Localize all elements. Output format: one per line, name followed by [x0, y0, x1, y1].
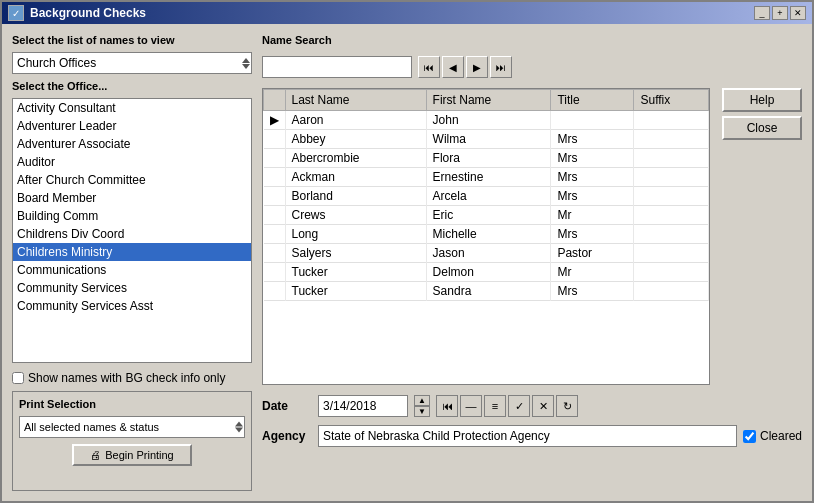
begin-printing-button[interactable]: 🖨 Begin Printing: [72, 444, 192, 466]
table-row[interactable]: Tucker Sandra Mrs: [264, 282, 709, 301]
table-row[interactable]: Tucker Delmon Mr: [264, 263, 709, 282]
table-row[interactable]: Abercrombie Flora Mrs: [264, 149, 709, 168]
suffix-col-header: Suffix: [634, 90, 709, 111]
data-table: Last Name First Name Title Suffix ▶: [263, 89, 709, 301]
last-name-cell: Crews: [285, 206, 426, 225]
title-cell: Mrs: [551, 187, 634, 206]
last-name-cell: Abbey: [285, 130, 426, 149]
title-cell: [551, 111, 634, 130]
first-name-cell: Jason: [426, 244, 551, 263]
name-search-label: Name Search: [262, 34, 332, 46]
list-dropdown[interactable]: Church Offices School Other: [12, 52, 252, 74]
title-col-header: Title: [551, 90, 634, 111]
office-list-scroll[interactable]: Activity Consultant Adventurer Leader Ad…: [13, 99, 251, 362]
title-cell: Mr: [551, 206, 634, 225]
right-panel: Name Search ⏮ ◀ ▶ ⏭: [262, 34, 802, 385]
list-item[interactable]: Childrens Div Coord: [13, 225, 251, 243]
select-office-label: Select the Office...: [12, 80, 252, 92]
begin-printing-label: Begin Printing: [105, 449, 174, 461]
print-panel: Print Selection All selected names & sta…: [12, 391, 252, 491]
last-name-cell: Abercrombie: [285, 149, 426, 168]
table-scroll[interactable]: Last Name First Name Title Suffix ▶: [263, 89, 709, 384]
date-prev-button[interactable]: —: [460, 395, 482, 417]
cleared-row: Cleared: [743, 429, 802, 443]
name-search-input[interactable]: [262, 56, 412, 78]
list-item[interactable]: Auditor: [13, 153, 251, 171]
list-item[interactable]: Adventurer Leader: [13, 117, 251, 135]
title-cell: Mrs: [551, 168, 634, 187]
agency-label: Agency: [262, 429, 312, 443]
table-row[interactable]: Borland Arcela Mrs: [264, 187, 709, 206]
row-indicator: [264, 244, 286, 263]
table-row[interactable]: ▶ Aaron John: [264, 111, 709, 130]
list-item[interactable]: Community Services Asst: [13, 297, 251, 315]
date-input[interactable]: [318, 395, 408, 417]
next-nav-button[interactable]: ▶: [466, 56, 488, 78]
date-spin-up[interactable]: ▲: [414, 395, 430, 406]
table-row[interactable]: Abbey Wilma Mrs: [264, 130, 709, 149]
suffix-cell: [634, 130, 709, 149]
suffix-cell: [634, 206, 709, 225]
list-dropdown-container: Church Offices School Other: [12, 52, 252, 74]
last-name-cell: Tucker: [285, 263, 426, 282]
close-window-button[interactable]: ✕: [790, 6, 806, 20]
date-nav-buttons: ⏮ — ≡ ✓ ✕ ↻: [436, 395, 578, 417]
table-row[interactable]: Long Michelle Mrs: [264, 225, 709, 244]
suffix-cell: [634, 282, 709, 301]
date-refresh-button[interactable]: ↻: [556, 395, 578, 417]
bg-check-checkbox[interactable]: [12, 372, 24, 384]
agency-input[interactable]: [318, 425, 737, 447]
select-list-label: Select the list of names to view: [12, 34, 252, 46]
list-item[interactable]: Board Member: [13, 189, 251, 207]
title-bar: ✓ Background Checks _ + ✕: [2, 2, 812, 24]
row-indicator: [264, 149, 286, 168]
date-cancel-button[interactable]: ✕: [532, 395, 554, 417]
last-nav-button[interactable]: ⏭: [490, 56, 512, 78]
name-search-row: Name Search: [262, 34, 802, 46]
cleared-checkbox[interactable]: [743, 430, 756, 443]
date-check-button[interactable]: ✓: [508, 395, 530, 417]
prev-nav-button[interactable]: ◀: [442, 56, 464, 78]
row-indicator: [264, 206, 286, 225]
title-cell: Mr: [551, 263, 634, 282]
table-row[interactable]: Ackman Ernestine Mrs: [264, 168, 709, 187]
bg-check-checkbox-row: Show names with BG check info only: [12, 371, 252, 385]
table-row[interactable]: Crews Eric Mr: [264, 206, 709, 225]
minimize-button[interactable]: _: [754, 6, 770, 20]
title-cell: Pastor: [551, 244, 634, 263]
suffix-cell: [634, 187, 709, 206]
suffix-cell: [634, 244, 709, 263]
print-dropdown[interactable]: All selected names & status Selected nam…: [19, 416, 245, 438]
list-item[interactable]: Community Services: [13, 279, 251, 297]
maximize-button[interactable]: +: [772, 6, 788, 20]
list-item[interactable]: Adventurer Associate: [13, 135, 251, 153]
agency-row: Agency Cleared: [262, 425, 802, 447]
title-controls: _ + ✕: [754, 6, 806, 20]
indicator-col-header: [264, 90, 286, 111]
date-spin-down[interactable]: ▼: [414, 406, 430, 417]
close-button[interactable]: Close: [722, 116, 802, 140]
first-name-cell: John: [426, 111, 551, 130]
table-row[interactable]: Salyers Jason Pastor: [264, 244, 709, 263]
top-section: Select the list of names to view Church …: [12, 34, 802, 385]
side-buttons: Help Close: [722, 88, 802, 385]
list-item[interactable]: After Church Committee: [13, 171, 251, 189]
date-list-button[interactable]: ≡: [484, 395, 506, 417]
left-panel: Select the list of names to view Church …: [12, 34, 252, 385]
title-cell: Mrs: [551, 282, 634, 301]
last-name-cell: Tucker: [285, 282, 426, 301]
list-item-selected[interactable]: Childrens Ministry: [13, 243, 251, 261]
suffix-cell: [634, 111, 709, 130]
last-name-col-header: Last Name: [285, 90, 426, 111]
last-name-cell: Borland: [285, 187, 426, 206]
list-item[interactable]: Activity Consultant: [13, 99, 251, 117]
list-item[interactable]: Building Comm: [13, 207, 251, 225]
help-button[interactable]: Help: [722, 88, 802, 112]
first-name-cell: Sandra: [426, 282, 551, 301]
first-nav-button[interactable]: ⏮: [418, 56, 440, 78]
bottom-section: Print Selection All selected names & sta…: [12, 391, 802, 491]
date-first-button[interactable]: ⏮: [436, 395, 458, 417]
cleared-label: Cleared: [760, 429, 802, 443]
list-item[interactable]: Communications: [13, 261, 251, 279]
date-row: Date ▲ ▼ ⏮ — ≡ ✓ ✕ ↻: [262, 395, 802, 417]
